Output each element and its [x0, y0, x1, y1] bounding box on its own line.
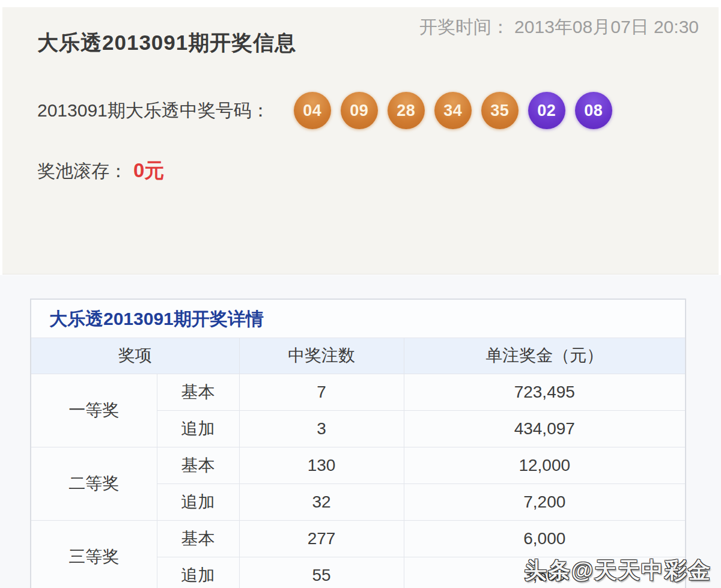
lottery-ball-front: 04 [294, 92, 331, 129]
prize-table-row: 一等奖基本7723,495 [31, 374, 685, 410]
count-cell: 7 [239, 374, 404, 410]
count-cell: 277 [239, 520, 404, 557]
prize-pool-row: 奖池滚存： 0元 [37, 157, 164, 184]
count-cell: 32 [239, 483, 404, 520]
prize-pool-value: 0元 [133, 157, 164, 184]
header-prize: 奖项 [31, 338, 239, 374]
prize-name-cell: 二等奖 [31, 447, 157, 520]
prize-type-cell: 追加 [157, 557, 239, 588]
prize-name-cell: 一等奖 [31, 374, 157, 447]
amount-cell: 7,200 [404, 483, 685, 520]
lottery-ball-back: 02 [528, 92, 565, 129]
details-card: 大乐透2013091期开奖详情 奖项 中奖注数 单注奖金（元） 一等奖基本772… [30, 299, 686, 588]
page-title: 大乐透2013091期开奖信息 [37, 29, 296, 57]
details-section: 大乐透2013091期开奖详情 奖项 中奖注数 单注奖金（元） 一等奖基本772… [0, 275, 721, 588]
amount-cell: 12,000 [404, 447, 685, 483]
prize-table-header-row: 奖项 中奖注数 单注奖金（元） [31, 338, 685, 374]
prize-type-cell: 追加 [157, 483, 239, 520]
draw-time: 开奖时间：2013年08月07日 20:30 [419, 15, 699, 40]
winning-numbers-label: 2013091期大乐透中奖号码： [37, 99, 270, 123]
lottery-ball-front: 28 [388, 92, 425, 129]
lottery-ball-front: 35 [481, 92, 519, 129]
prize-table: 奖项 中奖注数 单注奖金（元） 一等奖基本7723,495追加3434,097二… [31, 338, 685, 588]
count-cell: 55 [239, 557, 404, 588]
amount-cell: 6,000 [404, 520, 685, 557]
amount-cell: 434,097 [404, 410, 685, 447]
prize-name-cell: 三等奖 [31, 520, 157, 588]
prize-type-cell: 基本 [157, 520, 239, 557]
prize-type-cell: 基本 [157, 447, 239, 483]
lottery-results-page: 开奖时间：2013年08月07日 20:30 大乐透2013091期开奖信息 2… [0, 0, 721, 588]
lottery-ball-back: 08 [575, 92, 612, 129]
count-cell: 130 [239, 447, 404, 483]
header-count: 中奖注数 [239, 338, 404, 374]
watermark: 头条@天天中彩金 [525, 556, 711, 586]
prize-pool-label: 奖池滚存： [37, 159, 127, 184]
prize-type-cell: 追加 [157, 410, 239, 447]
winning-numbers-row: 2013091期大乐透中奖号码： 04092834350208 [37, 92, 612, 129]
details-title: 大乐透2013091期开奖详情 [31, 300, 685, 338]
winning-balls: 04092834350208 [294, 92, 612, 129]
prize-table-row: 三等奖基本2776,000 [31, 520, 685, 557]
amount-cell: 723,495 [404, 374, 685, 410]
lottery-ball-front: 34 [434, 92, 472, 129]
prize-type-cell: 基本 [157, 374, 239, 410]
header-amount: 单注奖金（元） [404, 338, 685, 374]
draw-time-value: 2013年08月07日 20:30 [514, 17, 699, 37]
lottery-ball-front: 09 [341, 92, 378, 129]
draw-time-label: 开奖时间： [419, 17, 510, 37]
count-cell: 3 [239, 410, 404, 447]
prize-table-row: 二等奖基本13012,000 [31, 447, 685, 483]
summary-section: 开奖时间：2013年08月07日 20:30 大乐透2013091期开奖信息 2… [2, 7, 719, 274]
